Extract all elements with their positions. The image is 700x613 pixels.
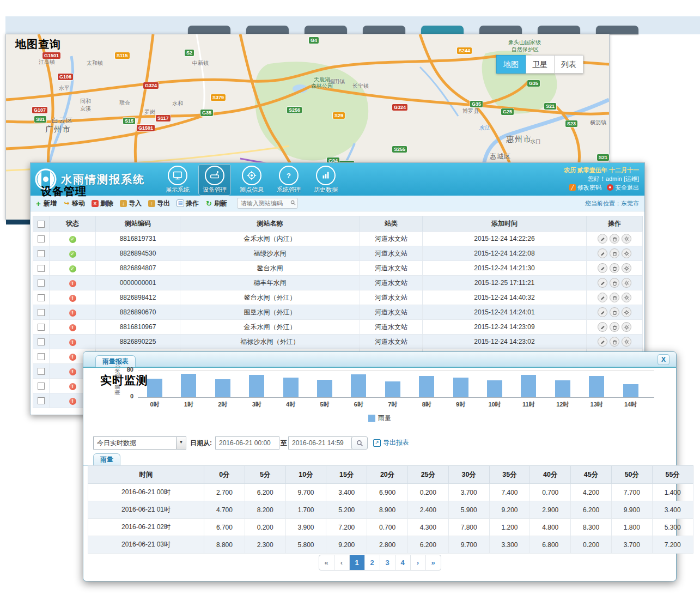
table-row[interactable]: !8826890670围垦水闸（外江）河道水文站2015-12-24 14:24… [33, 305, 643, 320]
place-label: 罗岗 [144, 108, 155, 116]
x-tick-label: 10时 [483, 400, 507, 409]
row-checkbox[interactable] [38, 368, 45, 375]
action-edit-button[interactable] [598, 263, 607, 273]
nav-item-question[interactable]: ?系统管理 [272, 164, 305, 196]
background-tab-stub[interactable] [188, 26, 230, 34]
action-edit-button[interactable] [598, 307, 607, 317]
close-button[interactable]: X [658, 354, 669, 365]
row-checkbox[interactable] [38, 280, 45, 287]
page-button[interactable]: « [319, 555, 334, 570]
background-tab-stub[interactable] [246, 26, 289, 34]
nav-item-monitor[interactable]: 展示系统 [161, 164, 194, 196]
action-edit-button[interactable] [598, 293, 607, 302]
annotation-device-management: 设备管理 [41, 184, 87, 199]
date-to-input[interactable] [288, 436, 352, 450]
action-delete-button[interactable] [610, 307, 619, 317]
map-type-button[interactable]: 卫星 [526, 55, 555, 74]
action-edit-button[interactable] [598, 248, 607, 258]
table-row[interactable]: !8816810967金禾水闸（外江）河道水文站2015-12-24 14:23… [33, 320, 643, 335]
toolbar-button-move[interactable]: ↪移动 [63, 199, 85, 208]
toolbar-button-op[interactable]: ▤操作 [176, 199, 199, 208]
action-delete-button[interactable] [610, 337, 619, 347]
background-tab-stub[interactable] [363, 26, 405, 34]
table-row[interactable]: ✓8816819731金禾水闸（内江）河道水文站2015-12-24 14:22… [33, 232, 643, 246]
dataset-select[interactable]: 今日实时数据 ▼ [93, 436, 186, 450]
nav-item-target[interactable]: 测点信息 [235, 164, 268, 196]
x-tick-label: 2时 [211, 400, 235, 409]
table-row[interactable]: !0000000001穗丰年水闸河道水文站2015-12-25 17:11:21 [33, 276, 643, 290]
action-edit-button[interactable] [598, 322, 607, 332]
table-row[interactable]: ✓8826894807鳌台水闸河道水文站2015-12-24 14:21:30 [33, 261, 643, 276]
action-delete-button[interactable] [610, 263, 619, 273]
toolbar-button-imp[interactable]: ↓导入 [120, 199, 142, 208]
action-gear-button[interactable] [622, 293, 631, 302]
nav-item-history[interactable]: 历史数据 [309, 164, 342, 196]
table-row[interactable]: !8826890225福禄沙水闸（外江）河道水文站2015-12-24 14:2… [33, 335, 643, 349]
action-delete-button[interactable] [610, 293, 619, 302]
row-checkbox[interactable] [38, 353, 45, 360]
station-search-input[interactable] [237, 198, 298, 209]
edit-icon [600, 295, 606, 301]
toolbar-button-ref[interactable]: ↻刷新 [205, 199, 227, 208]
export-report-link[interactable]: ↗ 导出报表 [373, 438, 409, 447]
table-row[interactable]: ✓8826894530福绿沙水闸河道水文站2015-12-24 14:22:08 [33, 246, 643, 261]
page-button[interactable]: 3 [380, 555, 395, 570]
rain-value-cell: 5.300 [652, 519, 693, 536]
nav-item-device[interactable]: 设备管理 [198, 164, 231, 196]
action-gear-button[interactable] [622, 248, 631, 258]
action-gear-button[interactable] [622, 337, 631, 347]
action-gear-button[interactable] [622, 322, 631, 332]
toolbar-button-del[interactable]: ×删除 [92, 199, 113, 208]
x-tick-label: 11时 [516, 400, 540, 409]
row-checkbox[interactable] [38, 309, 45, 316]
toolbar-button-plus[interactable]: +新增 [35, 199, 57, 208]
page-button[interactable]: » [426, 555, 441, 570]
background-tab-stub[interactable] [421, 26, 464, 34]
page-button[interactable]: 4 [395, 555, 411, 570]
action-edit-button[interactable] [598, 278, 607, 288]
action-gear-button[interactable] [622, 263, 631, 273]
background-tab-stub[interactable] [479, 26, 522, 34]
background-tab-stub[interactable] [305, 26, 347, 34]
row-checkbox[interactable] [38, 397, 45, 404]
background-tab-stub[interactable] [596, 26, 638, 34]
action-gear-button[interactable] [622, 307, 631, 317]
page-button[interactable]: › [411, 555, 426, 570]
table-row[interactable]: !8826898412鳌台水闸（外江）河道水文站2015-12-24 14:40… [33, 290, 643, 305]
action-delete-button[interactable] [610, 234, 619, 244]
logout-link[interactable]: ●安全退出 [607, 183, 639, 192]
row-checkbox[interactable] [38, 235, 45, 242]
row-checkbox[interactable] [38, 338, 45, 345]
map-type-button[interactable]: 地图 [496, 55, 526, 74]
question-icon: ? [279, 166, 299, 185]
tab-rain[interactable]: 雨量 [93, 453, 120, 466]
page-button[interactable]: 1 [350, 555, 365, 570]
row-checkbox[interactable] [38, 294, 45, 301]
row-checkbox[interactable] [38, 324, 45, 331]
background-tab-stub[interactable] [538, 26, 580, 34]
action-delete-button[interactable] [610, 322, 619, 332]
row-checkbox[interactable] [38, 265, 45, 272]
map-type-button[interactable]: 列表 [555, 55, 583, 74]
row-checkbox[interactable] [38, 250, 45, 257]
toolbar-button-exp[interactable]: ↑导出 [148, 199, 170, 208]
change-password-link[interactable]: ╱修改密码 [569, 183, 601, 192]
background-tab-strip [5, 16, 700, 34]
action-edit-button[interactable] [598, 337, 607, 347]
action-delete-button[interactable] [610, 278, 619, 288]
date-from-input[interactable] [215, 436, 279, 450]
action-edit-button[interactable] [598, 234, 607, 244]
select-dropdown-arrow[interactable]: ▼ [176, 437, 186, 449]
road-badge: G4 [309, 37, 319, 44]
query-button[interactable] [351, 436, 368, 450]
action-delete-button[interactable] [610, 248, 619, 258]
action-gear-button[interactable] [622, 278, 631, 288]
row-category-cell: 河道水文站 [360, 305, 423, 320]
select-all-checkbox[interactable] [38, 221, 45, 228]
page-button[interactable]: 2 [365, 555, 380, 570]
row-checkbox[interactable] [38, 383, 45, 390]
action-gear-button[interactable] [622, 234, 631, 244]
page-button[interactable]: ‹ [334, 555, 350, 570]
road-badge: G1501 [137, 125, 155, 131]
edit-icon [600, 339, 606, 345]
